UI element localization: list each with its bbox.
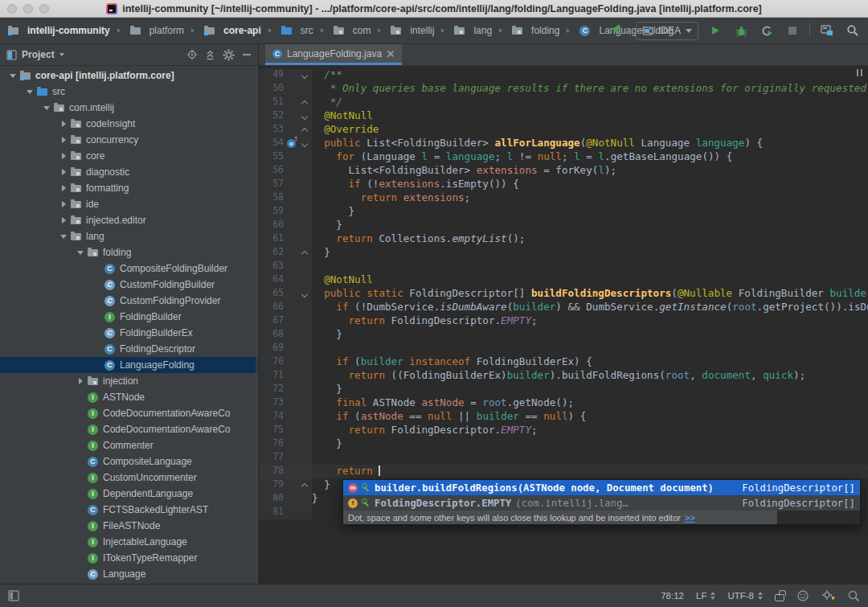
tree-row-codeinsight[interactable]: codeInsight [0,116,258,132]
tree-row-itokentyperemapper[interactable]: IITokenTypeRemapper [0,550,258,566]
code-editor[interactable]: 49 /**50 * Only queries base language re… [259,66,868,584]
code-line-77[interactable]: 77 [259,451,868,465]
tree-row-src[interactable]: src [0,84,258,100]
tree-row-languagefolding[interactable]: CLanguageFolding [0,357,258,373]
fold-marker-icon[interactable] [298,137,312,150]
debug-bug-icon[interactable] [732,22,750,39]
breadcrumb-item-core-api[interactable]: core-api [203,25,261,36]
line-separator-select[interactable]: LF [696,589,715,602]
hector-inspector-icon[interactable] [796,589,809,602]
project-panel-title[interactable]: Project [22,49,55,60]
locate-icon[interactable] [186,49,198,60]
minimize-button[interactable] [23,4,33,14]
inspection-pause-icon[interactable] [857,69,862,76]
breadcrumb-item-intellij[interactable]: intellij [389,25,434,36]
completion-hint-link[interactable]: >> [685,513,695,523]
tree-row-concurrency[interactable]: concurrency [0,132,258,148]
tree-row-com.intellij[interactable]: com.intellij [0,100,258,116]
code-line-68[interactable]: 68 } [259,328,868,342]
tree-row-language[interactable]: CLanguage [0,566,258,582]
search-everywhere-icon[interactable] [844,22,862,39]
run-configuration-select[interactable]: IDEA [636,22,698,40]
tree-row-compositelanguage[interactable]: CCompositeLanguage [0,453,258,470]
expand-arrow-icon[interactable] [57,185,69,191]
expand-arrow-icon[interactable] [74,378,86,384]
tree-row-fileastnode[interactable]: IFileASTNode [0,518,258,534]
override-method-gutter-icon[interactable]: o↑ [286,137,298,150]
build-hammer-icon[interactable] [610,22,628,39]
tree-row-core[interactable]: core [0,148,258,164]
code-line-55[interactable]: 55 for (Language l = language; l != null… [259,150,868,164]
tab-languagefolding-java[interactable]: C LanguageFolding.java [265,44,402,65]
code-line-75[interactable]: 75 return FoldingDescriptor.EMPTY; [259,424,868,437]
tree-row-foldingbuilder[interactable]: IFoldingBuilder [0,309,258,325]
fold-marker-icon[interactable] [298,287,312,301]
expand-arrow-icon[interactable] [57,217,69,224]
code-line-63[interactable]: 63 [259,260,868,273]
gear-update-icon[interactable] [821,589,835,602]
code-line-62[interactable]: 62 } [259,246,868,260]
fold-marker-icon[interactable] [298,246,312,260]
code-line-61[interactable]: 61 return Collections.emptyList(); [259,232,868,246]
tree-row-customfoldingprovider[interactable]: CCustomFoldingProvider [0,293,258,309]
expand-arrow-icon[interactable] [40,102,52,113]
expand-arrow-icon[interactable] [57,201,69,207]
tree-row-customuncommenter[interactable]: ICustomUncommenter [0,470,258,486]
cursor-position[interactable]: 78:12 [661,591,684,601]
breadcrumb-item-folding[interactable]: folding [510,25,559,36]
completion-item-method[interactable]: mbuilder.buildFoldRegions(ASTNode node, … [343,480,860,495]
expand-arrow-icon[interactable] [57,169,69,175]
tree-row-folding[interactable]: folding [0,244,258,260]
tree-row-foldingbuilderex[interactable]: CFoldingBuilderEx [0,325,258,341]
fold-marker-icon[interactable] [298,478,312,492]
fold-marker-icon[interactable] [298,123,312,137]
expand-arrow-icon[interactable] [57,153,69,159]
tree-row-core-api-intellij.platform.core-[interactable]: core-api [intellij.platform.core] [0,68,258,84]
fold-marker-icon[interactable] [298,68,312,82]
collapse-all-icon[interactable] [205,49,215,60]
breadcrumb-item-lang[interactable]: lang [452,25,492,36]
breadcrumb-item-intellij-community[interactable]: intellij-community [6,25,110,36]
code-line-65[interactable]: 65 public static FoldingDescriptor[] bui… [259,287,868,301]
unlocked-padlock-icon[interactable] [775,594,784,601]
expand-arrow-icon[interactable] [6,70,18,81]
zoom-button[interactable] [39,4,49,14]
tree-row-formatting[interactable]: formatting [0,180,258,196]
expand-arrow-icon[interactable] [57,121,69,127]
code-line-50[interactable]: 50 * Only queries base language results … [259,82,868,96]
tree-row-lang[interactable]: lang [0,228,258,244]
tree-row-codedocumentationawareco[interactable]: ICodeDocumentationAwareCo [0,421,258,437]
tree-row-codedocumentationawareco[interactable]: ICodeDocumentationAwareCo [0,405,258,421]
tree-row-ide[interactable]: ide [0,196,258,212]
code-line-53[interactable]: 53 @Override [259,123,868,137]
expand-arrow-icon[interactable] [23,86,35,97]
code-line-52[interactable]: 52 @NotNull [259,109,868,123]
tree-row-customfoldingbuilder[interactable]: CCustomFoldingBuilder [0,277,258,293]
encoding-select[interactable]: UTF-8 [727,589,763,602]
code-line-57[interactable]: 57 if (!extensions.isEmpty()) { [259,178,868,191]
code-line-56[interactable]: 56 List<FoldingBuilder> extensions = for… [259,164,868,178]
run-icon[interactable] [706,22,724,39]
fold-marker-icon[interactable] [298,96,312,109]
code-line-74[interactable]: 74 if (astNode == null || builder == nul… [259,410,868,424]
code-line-72[interactable]: 72 } [259,383,868,396]
breadcrumb-item-src[interactable]: src [280,25,313,36]
expand-arrow-icon[interactable] [74,247,86,258]
code-line-54[interactable]: 54o↑ public List<FoldingBuilder> allForL… [259,137,868,150]
breadcrumb-item-platform[interactable]: platform [129,25,184,36]
settings-gear-icon[interactable] [223,49,235,61]
code-line-58[interactable]: 58 return extensions; [259,191,868,205]
tree-row-dependentlanguage[interactable]: IDependentLanguage [0,486,258,502]
tree-row-diagnostic[interactable]: diagnostic [0,164,258,180]
tree-row-fctsbackedlighterast[interactable]: CFCTSBackedLighterAST [0,502,258,518]
hide-toolwindow-icon[interactable] [242,50,252,59]
tree-row-injection[interactable]: injection [0,373,258,389]
tree-row-commenter[interactable]: ICommenter [0,437,258,453]
completion-item-field[interactable]: fFoldingDescriptor.EMPTY(com.intellij.la… [343,495,860,511]
tab-close-icon[interactable] [387,50,395,58]
breadcrumb-item-com[interactable]: com [332,25,371,36]
code-line-70[interactable]: 70 if (builder instanceof FoldingBuilder… [259,355,868,369]
code-line-71[interactable]: 71 return ((FoldingBuilderEx)builder).bu… [259,369,868,383]
code-line-69[interactable]: 69 [259,342,868,355]
code-line-59[interactable]: 59 } [259,205,868,219]
